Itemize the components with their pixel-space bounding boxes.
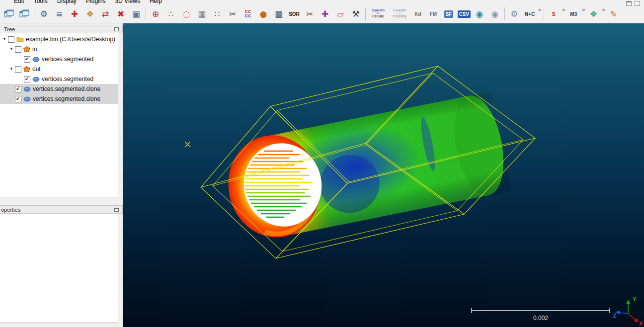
cloud-icon xyxy=(32,77,40,82)
expander-icon[interactable]: ▼ xyxy=(8,67,15,71)
axe-tool-icon[interactable]: ⚒ xyxy=(348,6,363,21)
segment-icon[interactable]: ✂ xyxy=(225,6,240,21)
m3c2-icon[interactable]: M3 xyxy=(566,6,581,21)
expander-icon[interactable]: ▼ xyxy=(8,47,15,51)
cloud-icon xyxy=(23,86,31,92)
fm-icon[interactable]: FM xyxy=(426,6,441,21)
tree-row[interactable]: vertices.segmented xyxy=(0,74,118,84)
tree-item-label: vertices.segmented.clone xyxy=(33,85,100,92)
visibility-checkbox[interactable] xyxy=(15,66,21,73)
checkerboard-icon[interactable]: ▩ xyxy=(271,6,286,21)
toolbar-menu-icon[interactable] xyxy=(635,1,640,6)
translate-rotate-icon[interactable]: ⊕ xyxy=(148,6,163,21)
tree-indent xyxy=(0,79,17,80)
undock-properties-icon[interactable] xyxy=(114,208,119,212)
axis-x-label: X xyxy=(639,321,643,327)
expander-icon[interactable]: ▼ xyxy=(1,37,8,41)
mesh-icon xyxy=(23,66,30,72)
tree-item-label: vertices.segmented.clone xyxy=(33,95,100,102)
toolbar-separator xyxy=(365,7,366,20)
menu-bar: EditToolsDisplayPlugins3D ViewsHelp xyxy=(0,0,644,5)
tree-row[interactable]: ▼example.bin (C:/Users/a/Desktop) xyxy=(0,34,118,44)
cloud-icon xyxy=(23,96,31,102)
scale-bar-label: 0.002 xyxy=(533,315,548,322)
csv-export-icon[interactable]: CSV xyxy=(457,6,472,21)
tree-item-label: out xyxy=(32,66,41,73)
sor-filter-icon[interactable]: SOR xyxy=(287,6,302,21)
axis-gizmo: Y Z X xyxy=(613,296,643,327)
toolbar-separator xyxy=(544,7,544,20)
properties-list-icon[interactable]: ≡ xyxy=(52,6,67,21)
merge-clouds-icon[interactable]: ⇄ xyxy=(98,6,113,21)
window-corner-icons xyxy=(626,1,640,6)
toolbar-overflow-chevron[interactable]: » xyxy=(538,6,542,12)
tree-row[interactable]: vertices.segmented xyxy=(0,54,118,64)
menu-help[interactable]: Help xyxy=(150,0,162,5)
toolbar-separator xyxy=(146,7,146,20)
facets-icon[interactable]: ❖ xyxy=(586,6,601,21)
menu-plugins[interactable]: Plugins xyxy=(86,0,105,5)
visibility-checkbox[interactable] xyxy=(15,86,21,92)
delete-icon[interactable]: ✖ xyxy=(113,6,128,21)
tree-indent xyxy=(0,49,8,50)
tree-row[interactable]: ▼out xyxy=(0,64,118,74)
cloudcompare-window: EditToolsDisplayPlugins3D ViewsHelp ⚙≡✚❖… xyxy=(0,0,644,327)
undock-tree-icon[interactable] xyxy=(114,27,119,31)
gl-viewport[interactable]: 0.002 Y Z X xyxy=(123,23,644,327)
point-list-picking-icon[interactable]: ✚ xyxy=(67,6,82,21)
paint-icon[interactable]: ✎ xyxy=(606,6,621,21)
subsample-icon[interactable]: ∴ xyxy=(163,6,178,21)
main-content: Tree ▼example.bin (C:/Users/a/Desktop)▼i… xyxy=(0,23,644,327)
normals-curvature-icon[interactable]: N+C xyxy=(522,6,537,21)
canupo-create-button[interactable]: CANUPO∷∷Create xyxy=(368,6,389,21)
kd-tree-icon[interactable]: Kd xyxy=(410,6,425,21)
razor-segment-icon[interactable]: ✂ xyxy=(302,6,317,21)
menu-display[interactable]: Display xyxy=(57,0,77,5)
tree-panel-header: Tree xyxy=(0,25,123,33)
tree-row[interactable]: vertices.segmented.clone xyxy=(0,94,118,104)
toolbar-separator xyxy=(504,7,505,20)
tree-row[interactable]: ▼in xyxy=(0,44,118,54)
toolbar-separator xyxy=(34,7,34,20)
menu-3d-views[interactable]: 3D Views xyxy=(115,0,140,5)
qsra-icon[interactable]: S xyxy=(546,6,561,21)
globe-color-icon[interactable]: ◉ xyxy=(472,6,487,21)
visibility-checkbox[interactable] xyxy=(15,96,21,102)
voxel-grid-icon[interactable]: ▦ xyxy=(194,6,209,21)
visibility-checkbox[interactable] xyxy=(15,46,21,53)
globe-gray-icon[interactable]: ◉ xyxy=(487,6,502,21)
plugins-gear-icon[interactable]: ⚙ xyxy=(507,6,522,21)
visibility-checkbox[interactable] xyxy=(24,76,30,82)
save-icon[interactable] xyxy=(17,6,32,21)
toolbar-overflow-chevron[interactable]: » xyxy=(581,6,585,12)
octree-icon[interactable]: ◌ xyxy=(179,6,194,21)
main-toolbar: ⚙≡✚❖⇄✖▣⊕∴◌▦∷✂CCCC●▩SOR✂✚▱⚒CANUPO∷∷Create… xyxy=(0,5,644,23)
properties-view xyxy=(0,214,118,323)
cloud-distance-icon[interactable]: CCCC xyxy=(241,6,255,21)
noise-filter-icon[interactable]: ∷ xyxy=(210,6,225,21)
properties-panel-title: operties xyxy=(1,207,20,213)
axis-z-label: Z xyxy=(613,313,616,319)
cross-section-icon[interactable]: ▱ xyxy=(333,6,348,21)
canupo-classify-button[interactable]: CANUPO∷∷Classify xyxy=(389,6,410,21)
open-icon[interactable] xyxy=(1,6,16,21)
apply-transformation-icon[interactable]: ⚙ xyxy=(36,6,51,21)
rotation-center-marker xyxy=(185,142,190,147)
visibility-checkbox[interactable] xyxy=(24,56,30,63)
fit-primitive-icon[interactable]: ● xyxy=(256,6,271,21)
toolbar-overflow-chevron[interactable]: » xyxy=(601,6,605,12)
menu-edit[interactable]: Edit xyxy=(14,0,24,5)
left-dock: Tree ▼example.bin (C:/Users/a/Desktop)▼i… xyxy=(0,23,123,327)
sf-arithmetic-icon[interactable]: SF xyxy=(441,6,456,21)
tree-row[interactable]: vertices.segmented.clone xyxy=(0,84,118,94)
visibility-checkbox[interactable] xyxy=(8,36,14,43)
toolbar-float-icon[interactable] xyxy=(626,1,632,6)
display-options-icon[interactable]: ▣ xyxy=(129,6,144,21)
tree-item-label: example.bin (C:/Users/a/Desktop) xyxy=(26,36,115,43)
tree-indent xyxy=(0,69,8,70)
tree-item-label: vertices.segmented xyxy=(42,56,93,63)
clone-icon[interactable]: ❖ xyxy=(82,6,97,21)
menu-tools[interactable]: Tools xyxy=(34,0,48,5)
toolbar-overflow-chevron[interactable]: » xyxy=(562,6,565,12)
manual-transformation-icon[interactable]: ✚ xyxy=(318,6,332,21)
